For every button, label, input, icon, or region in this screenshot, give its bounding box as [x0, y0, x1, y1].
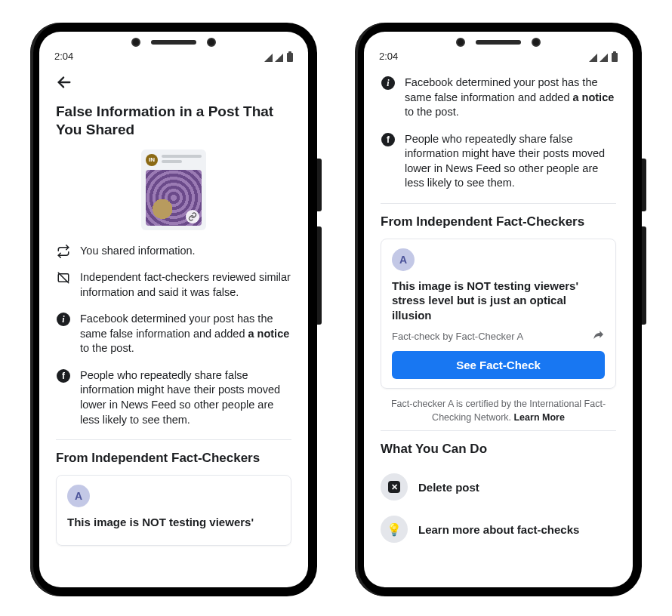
section-fact-checkers: From Independent Fact-Checkers [381, 214, 616, 229]
back-button[interactable] [56, 71, 291, 103]
fact-check-title: This image is NOT testing viewers' [67, 515, 280, 530]
info-text: Facebook determined your post has the sa… [405, 75, 616, 120]
action-label: Delete post [418, 481, 479, 494]
status-indicators [264, 53, 293, 62]
info-text: Facebook determined your post has the sa… [80, 312, 291, 356]
divider [381, 430, 616, 431]
learn-more-link[interactable]: Learn More [513, 412, 564, 423]
fact-check-card: A This image is NOT testing viewers' str… [381, 239, 616, 390]
info-row-reviewed: Independent fact-checkers reviewed simil… [56, 270, 291, 300]
see-fact-check-button[interactable]: See Fact-Check [392, 351, 605, 379]
status-indicators [589, 53, 618, 62]
wifi-icon [264, 54, 273, 62]
facebook-icon: f [56, 368, 71, 427]
share-icon [593, 328, 605, 340]
status-bar: 2:04 [364, 32, 633, 65]
retweet-icon [56, 244, 71, 259]
post-author-avatar: IN [146, 154, 158, 166]
info-icon: i [381, 75, 396, 120]
phone-notch [456, 38, 541, 47]
fact-checker-avatar: A [392, 248, 415, 271]
phone-screen: 2:04 i Facebook determined your post has… [364, 32, 633, 587]
image-slash-icon [56, 270, 71, 300]
phone-notch [131, 38, 216, 47]
phone-mockup-left: 2:04 False Information in a Post That Yo… [30, 23, 317, 596]
status-time: 2:04 [379, 51, 398, 62]
info-icon: i [56, 312, 71, 356]
page-title: False Information in a Post That You Sha… [56, 103, 291, 139]
fact-check-byline: Fact-check by Fact-Checker A [392, 331, 523, 342]
info-text: People who repeatedly share false inform… [80, 368, 291, 427]
learn-more-action[interactable]: 💡 Learn more about fact-checks [381, 508, 616, 550]
lightbulb-icon: 💡 [381, 516, 408, 543]
action-label: Learn more about fact-checks [418, 523, 579, 536]
share-button[interactable] [593, 328, 605, 343]
post-image [146, 170, 202, 226]
section-what-you-can-do: What You Can Do [381, 442, 616, 457]
info-row-shared: You shared information. [56, 244, 291, 259]
section-fact-checkers: From Independent Fact-Checkers [56, 451, 291, 466]
wifi-icon [589, 54, 597, 62]
phone-screen: 2:04 False Information in a Post That Yo… [39, 32, 308, 587]
delete-icon: ✕ [381, 473, 408, 500]
divider [56, 439, 291, 440]
signal-icon [275, 54, 283, 62]
info-row-notice: i Facebook determined your post has the … [56, 312, 291, 356]
battery-icon [287, 53, 293, 62]
shared-post-thumbnail[interactable]: IN [141, 149, 206, 230]
divider [381, 203, 616, 204]
certification-note: Fact-checker A is certified by the Inter… [384, 398, 613, 424]
link-icon [186, 210, 199, 223]
battery-icon [612, 53, 618, 62]
info-row-notice: i Facebook determined your post has the … [381, 75, 616, 120]
info-text: You shared information. [80, 244, 196, 259]
arrow-left-icon [56, 74, 72, 91]
fact-check-card[interactable]: A This image is NOT testing viewers' [56, 475, 291, 546]
fact-checker-avatar: A [67, 485, 90, 507]
delete-post-action[interactable]: ✕ Delete post [381, 466, 616, 508]
facebook-icon: f [381, 132, 396, 191]
info-text: People who repeatedly share false inform… [405, 132, 616, 191]
status-bar: 2:04 [39, 32, 308, 65]
info-row-repeat: f People who repeatedly share false info… [56, 368, 291, 427]
status-time: 2:04 [54, 51, 73, 62]
fact-check-title: This image is NOT testing viewers' stres… [392, 279, 605, 323]
info-row-repeat: f People who repeatedly share false info… [381, 132, 616, 191]
post-text-placeholder [162, 155, 202, 165]
phone-mockup-right: 2:04 i Facebook determined your post has… [355, 23, 642, 596]
signal-icon [600, 54, 608, 62]
info-text: Independent fact-checkers reviewed simil… [80, 270, 291, 300]
